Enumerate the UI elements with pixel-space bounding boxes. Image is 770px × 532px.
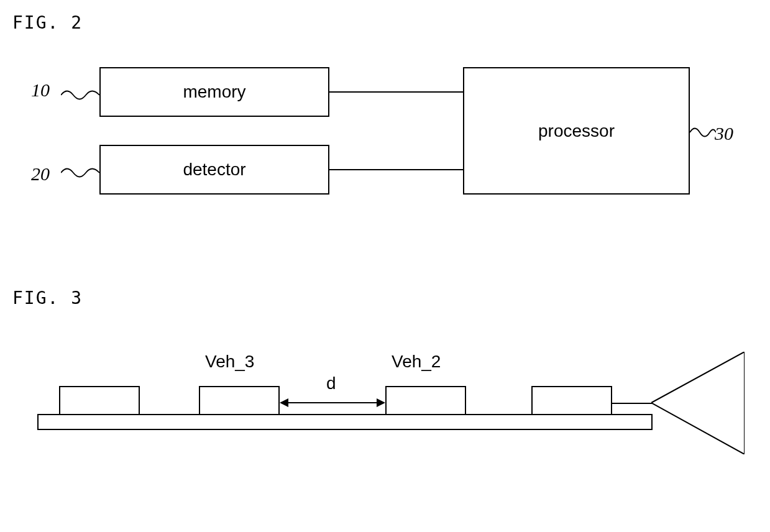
memory-label: memory — [183, 82, 245, 102]
fig3-title: FIG. 3 — [12, 288, 758, 308]
block-diagram: 10 memory 20 detector processor 30 — [12, 52, 758, 226]
squiggle-30 — [690, 126, 716, 139]
line-detector-processor — [329, 169, 463, 170]
label-veh2: Veh_2 — [392, 352, 441, 372]
ref-30: 30 — [715, 123, 733, 144]
vehicle-diagram: Veh_3 Veh_2 d — [12, 327, 727, 451]
svg-marker-2 — [377, 398, 385, 407]
distance-label: d — [326, 374, 336, 393]
figure-2: FIG. 2 10 memory 20 detector processor 3… — [12, 12, 758, 226]
ref-20: 20 — [31, 163, 50, 185]
label-veh3: Veh_3 — [205, 352, 254, 372]
squiggle-10 — [61, 89, 99, 101]
triangle-icon — [651, 352, 745, 457]
detector-label: detector — [183, 160, 245, 180]
memory-box: memory — [99, 67, 329, 117]
squiggle-20 — [61, 167, 99, 179]
detector-box: detector — [99, 145, 329, 195]
road — [37, 414, 653, 430]
figure-3: FIG. 3 Veh_3 Veh_2 d — [12, 288, 758, 451]
processor-box: processor — [463, 67, 690, 195]
distance-arrow — [280, 397, 385, 411]
processor-label: processor — [538, 121, 615, 141]
svg-marker-1 — [280, 398, 288, 407]
fig2-title: FIG. 2 — [12, 12, 758, 33]
svg-marker-3 — [651, 352, 745, 454]
triangle-connector — [612, 403, 653, 404]
line-memory-processor — [329, 91, 463, 93]
ref-10: 10 — [31, 80, 50, 101]
